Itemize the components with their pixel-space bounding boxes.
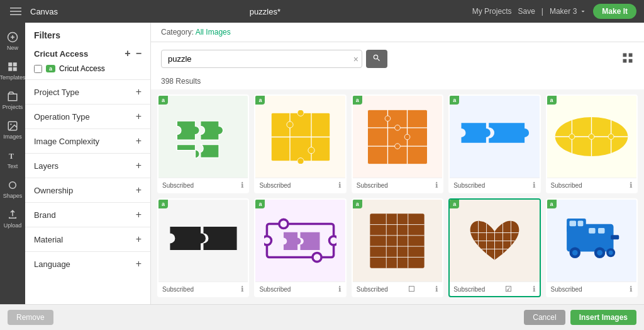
- info-icon-3[interactable]: ℹ: [435, 181, 438, 190]
- save-link[interactable]: Save: [518, 7, 535, 16]
- maker-label: Maker 3: [550, 7, 577, 16]
- filter-material[interactable]: Material +: [25, 227, 150, 251]
- filter-image-complexity-label: Image Complexity: [34, 137, 99, 146]
- image-footer-6: Subscribed ℹ: [158, 282, 248, 296]
- image-card-4[interactable]: a Subscribed ℹ: [448, 94, 540, 193]
- search-clear-button[interactable]: ×: [353, 55, 358, 64]
- cricut-tag-8: a: [353, 200, 362, 208]
- top-bar-left: Canvas: [8, 6, 58, 17]
- image-label-5: Subscribed: [551, 182, 582, 189]
- cancel-button[interactable]: Cancel: [524, 310, 565, 325]
- top-bar-right: My Projects Save | Maker 3 Make It: [472, 4, 636, 19]
- image-card-9[interactable]: a: [448, 198, 540, 297]
- svg-point-30: [395, 143, 401, 149]
- sidebar-item-shapes[interactable]: Shapes: [0, 174, 25, 204]
- insert-images-button[interactable]: Insert Images: [570, 310, 636, 325]
- svg-rect-8: [8, 67, 12, 71]
- svg-point-69: [597, 250, 603, 256]
- image-card-7[interactable]: a Sub: [254, 198, 346, 297]
- info-icon-7[interactable]: ℹ: [338, 285, 341, 293]
- filter-ownership[interactable]: Ownership +: [25, 178, 150, 202]
- cricut-access-checkbox-label: Cricut Access: [59, 64, 105, 73]
- info-icon-2[interactable]: ℹ: [338, 181, 341, 190]
- info-icon-8[interactable]: ℹ: [435, 285, 438, 293]
- svg-point-27: [385, 115, 391, 121]
- puzzle-blue-svg: [457, 115, 532, 159]
- image-card-3[interactable]: a Sub: [352, 94, 443, 193]
- filter-language-plus-icon: +: [136, 258, 142, 270]
- svg-point-13: [9, 182, 16, 189]
- sidebar-projects-label: Projects: [3, 104, 23, 110]
- cricut-access-minus-icon[interactable]: −: [136, 48, 142, 59]
- grid-view-icon: [621, 52, 634, 64]
- sidebar-item-templates[interactable]: Templates: [0, 56, 25, 86]
- sidebar-item-text[interactable]: T Text: [0, 145, 25, 174]
- check-icon-9[interactable]: ☑: [505, 285, 512, 293]
- info-icon-1[interactable]: ℹ: [241, 181, 244, 190]
- sidebar-item-upload[interactable]: Upload: [0, 204, 25, 234]
- bottom-bar: Remove Cancel Insert Images: [0, 304, 644, 330]
- image-thumb-8: a: [353, 200, 442, 282]
- image-card-10[interactable]: a: [546, 198, 638, 297]
- category-value[interactable]: All Images: [196, 28, 231, 37]
- image-thumb-9: a: [450, 200, 539, 282]
- filter-operation-type-plus-icon: +: [136, 111, 142, 122]
- hamburger-menu[interactable]: [8, 6, 24, 17]
- cricut-access-checkbox-row[interactable]: a Cricut Access: [34, 63, 142, 74]
- image-footer-8: Subscribed ☐ ℹ: [353, 282, 442, 296]
- filter-project-type[interactable]: Project Type +: [25, 79, 150, 104]
- cricut-tag-9: a: [450, 200, 459, 208]
- filter-brand[interactable]: Brand +: [25, 202, 150, 227]
- sidebar-item-projects[interactable]: Projects: [0, 86, 25, 115]
- cricut-tag-4: a: [450, 96, 459, 105]
- cricut-tag-1: a: [158, 96, 168, 105]
- filter-operation-type-label: Operation Type: [34, 112, 90, 122]
- filter-language[interactable]: Language +: [25, 251, 150, 276]
- filter-operation-type[interactable]: Operation Type +: [25, 104, 150, 128]
- image-card-8[interactable]: a Subscribed: [352, 198, 443, 297]
- cricut-tag-7: a: [255, 200, 265, 208]
- filter-layers[interactable]: Layers +: [25, 153, 150, 178]
- image-card-6[interactable]: a Subscribed ℹ: [157, 198, 249, 297]
- search-button[interactable]: [366, 50, 387, 68]
- puzzle-orange-svg: [363, 107, 432, 167]
- make-it-button[interactable]: Make It: [593, 4, 636, 19]
- check-icon-8[interactable]: ☐: [408, 285, 415, 293]
- image-footer-2: Subscribed ℹ: [255, 178, 345, 192]
- cricut-access-icons: + −: [125, 48, 142, 59]
- info-icon-4[interactable]: ℹ: [533, 181, 536, 190]
- image-label-4: Subscribed: [453, 182, 485, 189]
- puzzle-green-svg: [172, 115, 235, 159]
- image-card-2[interactable]: a Sub: [254, 94, 346, 193]
- sidebar-item-new[interactable]: New: [0, 26, 25, 56]
- search-input[interactable]: [161, 50, 362, 68]
- maker-selector[interactable]: Maker 3: [550, 7, 587, 16]
- cricut-access-plus-icon[interactable]: +: [125, 48, 130, 59]
- image-footer-5: Subscribed ℹ: [547, 178, 636, 192]
- info-icon-10[interactable]: ℹ: [630, 285, 633, 293]
- filter-image-complexity[interactable]: Image Complexity +: [25, 128, 150, 153]
- image-card-1[interactable]: a Subscribed ℹ: [157, 94, 249, 193]
- sidebar-item-images[interactable]: Images: [0, 115, 25, 145]
- my-projects-link[interactable]: My Projects: [472, 7, 512, 16]
- image-thumb-5: a: [547, 96, 636, 178]
- info-icon-6[interactable]: ℹ: [241, 285, 244, 293]
- svg-rect-6: [8, 62, 12, 66]
- cricut-access-section: Cricut Access + − a Cricut Access: [25, 45, 150, 79]
- images-content: Category: All Images ×: [151, 23, 644, 304]
- svg-point-42: [264, 236, 272, 245]
- cricut-access-checkbox[interactable]: [34, 65, 42, 73]
- svg-point-20: [308, 147, 314, 153]
- filter-project-type-plus-icon: +: [136, 86, 142, 98]
- app-name: Canvas: [30, 7, 58, 16]
- svg-rect-22: [367, 110, 427, 164]
- remove-button[interactable]: Remove: [8, 310, 53, 325]
- cricut-tag-2: a: [255, 96, 265, 105]
- svg-point-11: [10, 123, 11, 125]
- image-footer-10: Subscribed ℹ: [547, 282, 636, 296]
- image-card-5[interactable]: a Subscribed: [546, 94, 638, 193]
- info-icon-9[interactable]: ℹ: [533, 285, 536, 293]
- svg-point-38: [608, 134, 614, 140]
- info-icon-5[interactable]: ℹ: [630, 181, 633, 190]
- grid-toggle-button[interactable]: [621, 52, 634, 66]
